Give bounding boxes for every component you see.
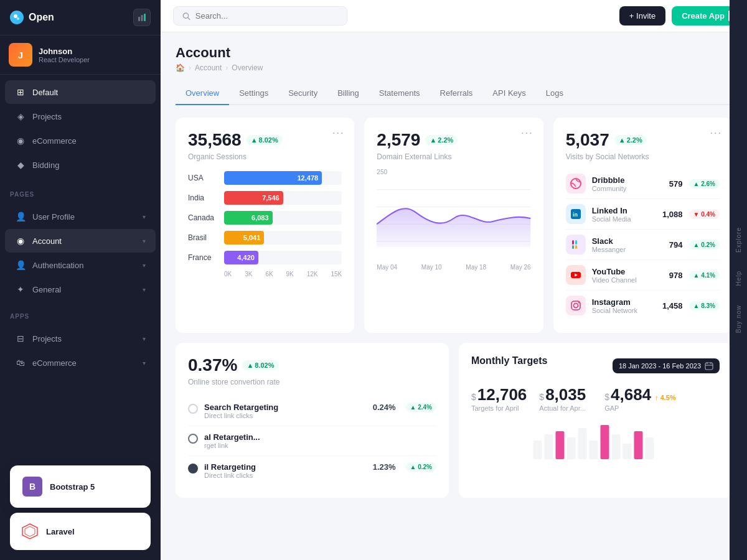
topbar: + Invite Create App bbox=[161, 0, 747, 32]
breadcrumb-overview: Overview bbox=[232, 63, 263, 72]
stat-social-networks: ··· 5,037 ▲ 2.2% Visits by Social Networ… bbox=[553, 118, 732, 333]
conversion-label: Online store convertion rate bbox=[188, 378, 436, 386]
sidebar-item-general[interactable]: ✦ General ▾ bbox=[5, 278, 156, 301]
svg-rect-34 bbox=[590, 441, 598, 459]
bar-fill: 5,041 bbox=[224, 231, 264, 245]
tabs: Overview Settings Security Billing State… bbox=[176, 82, 732, 105]
tab-api-keys[interactable]: API Keys bbox=[482, 82, 535, 105]
conversion-rate: 0.37% ▲ 8.02% bbox=[188, 355, 436, 375]
ecommerce-app-icon: 🛍 bbox=[15, 357, 26, 368]
sidebar-item-default[interactable]: ⊞ Default bbox=[5, 80, 156, 104]
stat-label: Visits by Social Networks bbox=[566, 152, 720, 161]
bar-row-brasil: Brasil 5,041 bbox=[188, 231, 342, 245]
svg-point-0 bbox=[14, 14, 17, 18]
svg-rect-35 bbox=[601, 425, 609, 459]
explore-tab[interactable]: Explore bbox=[735, 227, 742, 253]
stat-domain-links: ··· 2,579 ▲ 2.2% Domain External Links 2… bbox=[364, 118, 543, 333]
svg-rect-4 bbox=[144, 14, 146, 21]
retargeting-circle bbox=[188, 404, 198, 414]
svg-rect-29 bbox=[533, 441, 542, 459]
stat-label: Domain External Links bbox=[377, 152, 530, 161]
more-button[interactable]: ··· bbox=[521, 128, 533, 139]
bootstrap-card: B Bootstrap 5 bbox=[10, 465, 151, 508]
svg-rect-18 bbox=[572, 245, 574, 249]
bar-fill: 6,083 bbox=[224, 211, 273, 225]
svg-rect-30 bbox=[545, 434, 553, 459]
help-tab[interactable]: Help bbox=[735, 271, 742, 286]
dribbble-logo bbox=[566, 174, 586, 194]
bar-axis: 0K 3K 6K 9K 12K 15K bbox=[188, 271, 342, 278]
stat-badge: ▲ 4.1% bbox=[689, 271, 720, 280]
social-info: Linked In Social Media bbox=[592, 206, 656, 223]
projects-icon: ◈ bbox=[15, 111, 26, 122]
more-button[interactable]: ··· bbox=[332, 128, 344, 139]
bar-fill: 7,546 bbox=[224, 191, 283, 205]
more-button[interactable]: ··· bbox=[710, 128, 722, 139]
sidebar-item-authentication[interactable]: 👤 Authentication ▾ bbox=[5, 253, 156, 277]
search-input[interactable] bbox=[195, 11, 338, 21]
calendar-icon bbox=[705, 362, 713, 370]
tab-settings[interactable]: Settings bbox=[229, 82, 278, 105]
tab-logs[interactable]: Logs bbox=[536, 82, 573, 105]
sidebar-item-label: Authentication bbox=[32, 261, 83, 270]
stat-badge: ▲ 2.4% bbox=[406, 403, 436, 412]
search-icon bbox=[182, 12, 190, 21]
bar-chart: USA 12,478 India 7,546 Canada bbox=[188, 171, 342, 278]
stat-badge: ▲ 0.2% bbox=[689, 240, 720, 250]
gap-value: 4,684 bbox=[611, 385, 651, 404]
bottom-grid: ··· 0.37% ▲ 8.02% Online store convertio… bbox=[176, 343, 732, 498]
sidebar-item-label: Default bbox=[32, 88, 58, 97]
main-content: + Invite Create App Account 🏠 › Account … bbox=[161, 0, 747, 560]
chart-icon-btn[interactable] bbox=[133, 9, 151, 26]
app-name: Open bbox=[29, 12, 54, 23]
sidebar-item-label: eCommerce bbox=[32, 136, 77, 146]
buy-now-tab[interactable]: Buy now bbox=[735, 305, 742, 333]
svg-rect-25 bbox=[705, 363, 713, 370]
tab-statements[interactable]: Statements bbox=[369, 82, 430, 105]
pages-section-label: PAGES bbox=[0, 182, 161, 202]
retargeting-row-search: Search Retargeting Direct link clicks 0.… bbox=[188, 396, 436, 426]
chevron-down-icon: ▾ bbox=[143, 286, 146, 293]
svg-rect-38 bbox=[634, 431, 643, 459]
tab-referrals[interactable]: Referrals bbox=[430, 82, 483, 105]
general-icon: ✦ bbox=[15, 284, 26, 295]
create-app-button[interactable]: Create App bbox=[672, 6, 735, 26]
tab-security[interactable]: Security bbox=[278, 82, 327, 105]
sidebar-item-ecommerce[interactable]: ◉ eCommerce bbox=[5, 129, 156, 152]
sidebar: Open J Johnson React Developer ⊞ Default… bbox=[0, 0, 161, 560]
stat-badge-up: ▲ 2.2% bbox=[425, 135, 458, 145]
bar-row-usa: USA 12,478 bbox=[188, 171, 342, 185]
sidebar-item-account[interactable]: ◉ Account ▾ bbox=[5, 229, 156, 253]
tab-overview[interactable]: Overview bbox=[176, 82, 229, 105]
chevron-down-icon: ▾ bbox=[143, 262, 146, 269]
sidebar-item-projects[interactable]: ◈ Projects bbox=[5, 105, 156, 128]
sidebar-item-bidding[interactable]: ◆ Bidding bbox=[5, 153, 156, 177]
user-section: J Johnson React Developer bbox=[0, 35, 161, 75]
sidebar-item-ecommerce-app[interactable]: 🛍 eCommerce ▾ bbox=[5, 351, 156, 375]
invite-button[interactable]: + Invite bbox=[619, 6, 665, 26]
avatar: J bbox=[9, 43, 32, 67]
retargeting-circle-email bbox=[188, 464, 198, 474]
svg-rect-19 bbox=[575, 245, 577, 249]
laravel-icon bbox=[20, 521, 40, 541]
gap-label: GAP bbox=[604, 404, 676, 412]
user-profile-icon: 👤 bbox=[15, 211, 26, 222]
bar-row-france: France 4,420 bbox=[188, 251, 342, 264]
sidebar-item-user-profile[interactable]: 👤 User Profile ▾ bbox=[5, 205, 156, 228]
user-role: React Developer bbox=[39, 56, 90, 63]
bar-row-india: India 7,546 bbox=[188, 191, 342, 205]
chevron-down-icon: ▾ bbox=[143, 335, 146, 342]
side-tabs: Explore Help Buy now bbox=[730, 0, 747, 560]
bar-row-canada: Canada 6,083 bbox=[188, 211, 342, 225]
apps-section-label: APPS bbox=[0, 304, 161, 324]
sidebar-item-projects-app[interactable]: ⊟ Projects ▾ bbox=[5, 327, 156, 350]
laravel-card: Laravel bbox=[10, 513, 151, 550]
tab-billing[interactable]: Billing bbox=[327, 82, 369, 105]
stat-badge-up: ▲ 8.02% bbox=[247, 135, 283, 145]
sidebar-item-label: User Profile bbox=[32, 212, 75, 222]
breadcrumb-account[interactable]: Account bbox=[195, 63, 222, 72]
page-title: Account bbox=[176, 45, 732, 61]
gap-num: $ 4,684 ↑ 4.5% GAP bbox=[604, 385, 676, 412]
stat-label: Organic Sessions bbox=[188, 152, 342, 161]
stats-grid: ··· 35,568 ▲ 8.02% Organic Sessions USA … bbox=[176, 118, 732, 333]
